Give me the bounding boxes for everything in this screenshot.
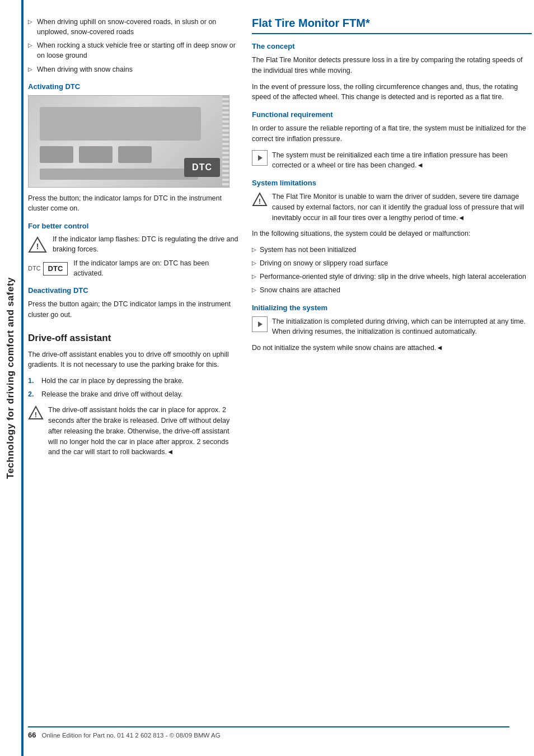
bullet-text: Snow chains are attached	[260, 285, 340, 295]
initializing-note: The initialization is completed during d…	[252, 316, 532, 338]
svg-text:!: !	[259, 197, 261, 206]
footer-text: Online Edition for Part no. 01 41 2 602 …	[41, 732, 220, 739]
dtc-image-inner: DTC	[29, 96, 229, 187]
blue-accent-bar	[21, 0, 24, 756]
concept-text-1: The Flat Tire Monitor detects pressure l…	[252, 55, 532, 76]
system-limitations-warning: ! The Flat Tire Monitor is unable to war…	[252, 192, 532, 223]
initializing-note-text: The initialization is completed during d…	[272, 316, 532, 338]
drive-off-intro: The drive-off assistant enables you to d…	[28, 349, 241, 371]
warning-icon: !	[28, 405, 44, 421]
concept-heading: The concept	[252, 42, 532, 50]
list-item: ▷ Driving on snowy or slippery road surf…	[252, 258, 532, 268]
bullet-icon: ▷	[252, 259, 256, 268]
dtc-stripe	[222, 96, 229, 187]
deactivating-dtc-heading: Deactivating DTC	[28, 286, 241, 295]
concept-text-2: In the event of pressure loss, the rolli…	[252, 82, 532, 103]
page-number: 66	[28, 731, 36, 739]
intro-bullet-list: ▷ When driving uphill on snow-covered ro…	[28, 17, 241, 74]
warning-triangle-icon: !	[28, 236, 47, 253]
left-column: ▷ When driving uphill on snow-covered ro…	[28, 17, 241, 463]
list-item: 2. Release the brake and drive off witho…	[28, 389, 241, 399]
drive-off-warning-text: The drive-off assistant holds the car in…	[48, 405, 241, 458]
page-footer: 66 Online Edition for Part no. 01 41 2 6…	[28, 726, 509, 739]
list-item: 1. Hold the car in place by depressing t…	[28, 376, 241, 386]
svg-text:!: !	[35, 410, 37, 419]
better-control-text-1: If the indicator lamp flashes: DTC is re…	[53, 235, 241, 254]
side-label: Technology for driving comfort and safet…	[0, 0, 21, 756]
main-content: ▷ When driving uphill on snow-covered ro…	[28, 17, 532, 463]
activating-dtc-heading: Activating DTC	[28, 82, 241, 91]
bullet-icon: ▷	[252, 286, 256, 295]
note-triangle-icon	[252, 150, 268, 166]
better-control-text-2: If the indicator lamps are on: DTC has b…	[73, 259, 241, 278]
bullet-text: When driving with snow chains	[37, 64, 133, 74]
system-limitations-bullets: ▷ System has not been initialized ▷ Driv…	[252, 245, 532, 296]
initializing-heading: Initializing the system	[252, 304, 532, 312]
step-text: Hold the car in place by depressing the …	[41, 376, 184, 386]
indicator-area: ! If the indicator lamp flashes: DTC is …	[28, 235, 241, 278]
activating-dtc-caption: Press the button; the indicator lamps fo…	[28, 193, 241, 214]
bullet-text: Performance-oriented style of driving: s…	[260, 272, 526, 282]
bullet-icon: ▷	[28, 41, 32, 50]
bullet-text: When rocking a stuck vehicle free or sta…	[37, 40, 241, 60]
step-number: 1.	[28, 376, 37, 386]
dtc-box-container: DTC DTC	[28, 262, 68, 276]
page: Technology for driving comfort and safet…	[0, 0, 534, 756]
deactivating-dtc-text: Press the button again; the DTC indicato…	[28, 299, 241, 320]
dtc-image: DTC	[28, 95, 229, 188]
functional-req-note-text: The system must be reinitialized each ti…	[272, 150, 532, 171]
system-limitations-heading: System limitations	[252, 179, 532, 187]
step-text: Release the brake and drive off without …	[41, 389, 182, 399]
functional-req-heading: Functional requirement	[252, 110, 532, 119]
list-item: ▷ When rocking a stuck vehicle free or s…	[28, 40, 241, 60]
indicator-row-2: DTC DTC If the indicator lamps are on: D…	[28, 259, 241, 278]
dtc-small-text: DTC	[28, 264, 41, 273]
bullet-text: System has not been initialized	[260, 245, 356, 255]
bullet-text: Driving on snowy or slippery road surfac…	[260, 258, 388, 268]
functional-req-text: In order to assure the reliable reportin…	[252, 123, 532, 144]
dtc-button-label: DTC	[184, 158, 220, 177]
warning-icon-2: !	[252, 192, 268, 208]
list-item: ▷ Snow chains are attached	[252, 285, 532, 295]
svg-marker-4	[258, 155, 263, 161]
bullet-text: When driving uphill on snow-covered road…	[37, 17, 241, 37]
list-item: ▷ Performance-oriented style of driving:…	[252, 272, 532, 282]
initializing-text: Do not initialize the system while snow …	[252, 343, 532, 353]
bullet-icon: ▷	[252, 273, 256, 281]
bullet-icon: ▷	[252, 246, 256, 254]
system-limitations-intro: In the following situations, the system …	[252, 228, 532, 239]
list-item: ▷ When driving with snow chains	[28, 64, 241, 74]
better-control-heading: For better control	[28, 222, 241, 230]
side-label-text: Technology for driving comfort and safet…	[5, 277, 16, 479]
drive-off-title: Drive-off assistant	[28, 333, 241, 344]
bullet-icon: ▷	[28, 18, 32, 26]
flat-tire-title: Flat Tire Monitor FTM*	[252, 17, 532, 34]
right-column: Flat Tire Monitor FTM* The concept The F…	[252, 17, 532, 463]
dtc-bordered-box: DTC	[43, 262, 68, 276]
functional-req-note: The system must be reinitialized each ti…	[252, 150, 532, 171]
svg-text:!: !	[36, 242, 39, 251]
note-triangle-icon-2	[252, 316, 268, 332]
system-limitations-warning-text: The Flat Tire Monitor is unable to warn …	[272, 192, 532, 223]
svg-marker-7	[258, 321, 263, 327]
bullet-icon: ▷	[28, 66, 32, 74]
list-item: ▷ When driving uphill on snow-covered ro…	[28, 17, 241, 37]
drive-off-warning: ! The drive-off assistant holds the car …	[28, 405, 241, 458]
list-item: ▷ System has not been initialized	[252, 245, 532, 255]
step-number: 2.	[28, 389, 37, 399]
indicator-row-1: ! If the indicator lamp flashes: DTC is …	[28, 235, 241, 254]
drive-off-steps: 1. Hold the car in place by depressing t…	[28, 376, 241, 399]
